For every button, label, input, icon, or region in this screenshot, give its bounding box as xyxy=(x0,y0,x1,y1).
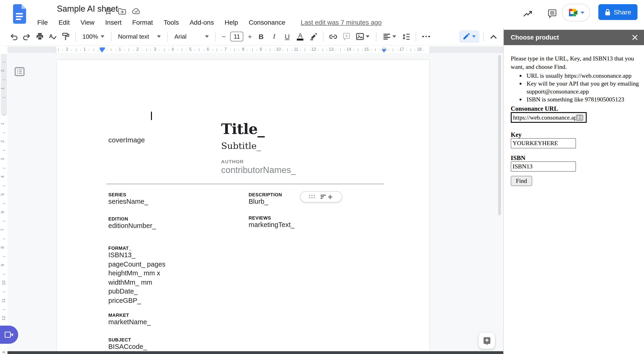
section-line: priceGBP_ xyxy=(108,296,244,305)
spelling-check-button[interactable]: A xyxy=(46,30,59,42)
highlight-color-button[interactable] xyxy=(307,30,320,42)
text-color-button[interactable]: A xyxy=(294,30,306,42)
left-indent-marker[interactable] xyxy=(100,47,105,53)
chevron-down-icon xyxy=(580,11,584,14)
menu-edit[interactable]: Edit xyxy=(56,18,72,27)
ruler-number: 1 xyxy=(84,47,86,52)
section-reviews: REVIEWS marketingText_ xyxy=(248,215,384,230)
toolbar-divider xyxy=(483,32,484,41)
chevron-down-icon xyxy=(205,35,209,38)
editing-mode-button[interactable] xyxy=(459,30,480,43)
add-comment-button[interactable] xyxy=(340,30,352,42)
ruler-number: 3 xyxy=(154,47,156,52)
menu-consonance[interactable]: Consonance xyxy=(247,18,287,27)
isbn-field-label: ISBN xyxy=(511,155,526,162)
page-bottom-strip xyxy=(8,351,503,354)
section-label: REVIEWS xyxy=(248,215,384,220)
consonance-url-input[interactable] xyxy=(511,112,587,123)
redo-button[interactable] xyxy=(20,30,32,42)
ruler-number: 3 xyxy=(0,158,5,160)
increase-font-size-button[interactable]: + xyxy=(246,30,254,42)
more-options-button[interactable] xyxy=(420,30,432,42)
menu-view[interactable]: View xyxy=(78,18,96,27)
insert-image-button[interactable] xyxy=(354,30,372,42)
line-spacing-button[interactable] xyxy=(400,30,412,42)
toolbar-divider xyxy=(323,32,324,41)
ruler-number: 18 xyxy=(417,47,422,52)
section-label: EDITION xyxy=(108,216,244,221)
section-label: SUBJECT xyxy=(108,337,244,342)
paint-format-button[interactable] xyxy=(60,30,72,42)
share-button[interactable]: Share xyxy=(598,4,638,20)
sidebar-bullet-list: URL is usually https://web.consonance.ap… xyxy=(511,72,644,103)
ruler-number: 9 xyxy=(0,264,5,266)
toolbar-divider xyxy=(168,32,168,41)
bold-button[interactable]: B xyxy=(255,30,267,42)
google-docs-logo-icon[interactable] xyxy=(12,4,27,24)
hide-menus-button[interactable] xyxy=(488,30,500,42)
toolbar-divider xyxy=(216,32,216,41)
ruler-number: 6 xyxy=(0,211,5,213)
find-button[interactable]: Find xyxy=(511,176,532,186)
right-indent-marker[interactable] xyxy=(382,49,386,53)
toolbar-divider xyxy=(111,32,112,41)
ruler-number: 5 xyxy=(0,193,5,196)
horizontal-rule xyxy=(106,184,384,184)
isbn-input[interactable] xyxy=(511,162,576,172)
key-input[interactable] xyxy=(511,138,576,148)
section-label: SERIES xyxy=(108,192,244,197)
menu-file[interactable]: File xyxy=(36,18,50,27)
ruler-number: 9 xyxy=(260,47,262,52)
bullet-url: URL is usually https://web.consonance.ap… xyxy=(526,72,644,80)
cover-image-placeholder: coverImage xyxy=(108,136,145,144)
align-button[interactable] xyxy=(380,30,399,42)
ruler-number: 17 xyxy=(399,47,404,52)
zoom-select[interactable]: 100% xyxy=(80,30,108,42)
section-line: marketingText_ xyxy=(248,220,384,230)
section-line: Blurb_ xyxy=(248,197,384,206)
video-camera-icon xyxy=(5,332,14,338)
url-field-label: Consonance URL xyxy=(511,105,558,113)
section-line: seriesName_ xyxy=(108,197,244,206)
present-to-meet-button[interactable] xyxy=(0,326,18,344)
join-call-button[interactable] xyxy=(562,4,590,21)
consonance-sidebar: Choose product Please type in the URL, K… xyxy=(503,28,644,354)
vertical-scrollbar[interactable] xyxy=(498,55,501,215)
ruler-number: 15 xyxy=(364,47,369,52)
menu-tools[interactable]: Tools xyxy=(162,18,180,27)
paragraph-style-select[interactable]: Normal text xyxy=(115,30,164,42)
toolbar: A 100% Normal text Arial − 11 + B I U A xyxy=(0,28,503,46)
document-page[interactable]: coverImage Title_ Subtitle_ AUTHOR contr… xyxy=(56,60,429,354)
font-size-input[interactable]: 11 xyxy=(230,32,244,41)
insert-link-button[interactable] xyxy=(327,30,340,42)
close-icon[interactable] xyxy=(632,34,638,40)
comments-icon[interactable] xyxy=(546,7,558,19)
document-outline-icon[interactable] xyxy=(14,67,25,77)
ruler-number: 8 xyxy=(0,246,5,249)
print-button[interactable] xyxy=(34,30,46,42)
move-to-folder-icon[interactable] xyxy=(118,6,127,16)
menu-insert[interactable]: Insert xyxy=(104,18,124,27)
menu-format[interactable]: Format xyxy=(130,18,155,27)
explore-button[interactable] xyxy=(478,333,495,349)
menu-help[interactable]: Help xyxy=(223,18,240,27)
italic-button[interactable]: I xyxy=(268,30,280,42)
section-line: ISBN13_ xyxy=(108,251,244,260)
ruler-number: 10 xyxy=(2,281,6,285)
autofill-contact-icon[interactable] xyxy=(576,114,584,121)
menu-addons[interactable]: Add-ons xyxy=(188,18,216,27)
ruler-number: 7 xyxy=(224,47,227,52)
ruler-number: 11 xyxy=(294,47,298,52)
bullet-isbn: ISBN is something like 9781905005123 xyxy=(526,95,644,103)
underline-button[interactable]: U xyxy=(281,30,293,42)
last-edit-link[interactable]: Last edit was 7 minutes ago xyxy=(301,19,382,26)
section-label: FORMAT_ xyxy=(108,246,244,251)
document-stats-icon[interactable] xyxy=(522,7,534,19)
font-select[interactable]: Arial xyxy=(172,30,212,42)
cloud-saved-icon[interactable] xyxy=(132,6,141,16)
chevron-down-icon xyxy=(366,35,370,38)
section-line: marketName_ xyxy=(108,318,244,327)
star-icon[interactable] xyxy=(104,6,113,16)
decrease-font-size-button[interactable]: − xyxy=(220,30,228,42)
undo-button[interactable] xyxy=(8,30,20,42)
